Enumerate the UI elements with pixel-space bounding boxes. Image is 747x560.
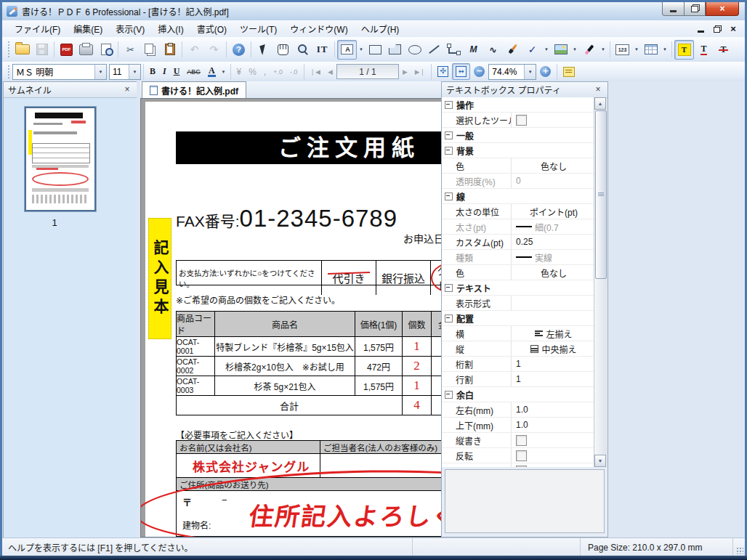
number-tool-button[interactable]: 123 [613,40,632,60]
payment-option-cod[interactable]: 代引き [321,261,376,295]
increase-decimal-button[interactable]: +.0 [270,63,286,80]
font-color-dropdown[interactable]: ▼ [219,62,228,81]
properties-scrollbar[interactable]: ▲ ▼ [594,97,607,467]
table-cell-qty[interactable]: 1 [402,376,431,395]
copy-button[interactable] [140,40,160,60]
scroll-down-icon[interactable]: ▼ [594,455,606,467]
property-value[interactable]: 色なし [512,265,596,280]
property-value[interactable]: ポイント(pt) [512,204,596,219]
last-page-button[interactable]: ▶❘ [411,63,429,80]
help-button[interactable]: ? [229,40,249,60]
property-value[interactable]: 中央揃え [512,341,596,356]
prev-page-button[interactable]: ◀ [324,63,336,80]
font-family-select[interactable]: ＭＳ 明朝 ▼ [12,64,107,80]
company-name-entry[interactable]: 株式会社ジャングル [193,457,310,475]
save-button[interactable] [32,40,52,60]
resize-grip[interactable] [732,538,745,556]
next-page-button[interactable]: ▶ [399,63,411,80]
text-highlight-button[interactable]: T [674,40,694,60]
close-icon[interactable]: × [593,85,603,95]
property-value[interactable]: 0.25 [512,235,596,249]
property-value[interactable] [512,448,596,463]
mdi-minimize-icon[interactable] [697,25,706,33]
percent-format-button[interactable]: % [245,63,260,80]
property-value[interactable]: 左揃え [512,326,596,341]
zoom-tool-button[interactable] [293,40,312,60]
print-preview-button[interactable] [96,40,116,60]
italic-button[interactable]: I [159,63,170,80]
thumbnail-page-number[interactable]: 1 [4,217,105,228]
chevron-down-icon[interactable]: ▼ [94,65,106,79]
text-strike-red-button[interactable]: T [714,40,733,60]
collapse-icon[interactable] [445,391,453,399]
checkbox[interactable] [516,450,527,461]
close-icon[interactable]: × [122,85,132,95]
menu-item-2[interactable]: 表示(V) [109,20,151,37]
minimize-button[interactable] [662,2,685,16]
zoom-in-button[interactable]: + [536,63,554,80]
check-tool-button-dropdown[interactable]: ▼ [542,41,551,59]
menu-item-7[interactable]: ヘルプ(H) [355,20,406,37]
property-value[interactable]: 実線 [512,250,596,264]
table-cell-qty[interactable]: 1 [402,336,431,356]
collapse-icon[interactable] [445,101,453,109]
mdi-restore-icon[interactable] [713,25,722,33]
collapse-icon[interactable] [445,131,453,139]
property-value[interactable]: 1 [512,372,596,386]
menu-item-5[interactable]: ツール(T) [233,20,283,37]
chevron-down-icon[interactable]: ▼ [524,65,536,79]
table-tool-button-dropdown[interactable]: ▼ [661,41,669,59]
collapse-icon[interactable] [445,284,453,292]
print-button[interactable] [76,40,96,60]
currency-format-button[interactable]: ¥ [233,63,246,80]
scrollbar-thumb[interactable] [595,110,607,279]
fit-width-button[interactable]: ↔ [452,63,470,80]
redo-button[interactable]: ↷ [204,40,224,60]
textbox-tool-button-dropdown[interactable]: ▼ [357,41,366,59]
cut-button[interactable]: ✂ [121,40,140,60]
zoom-level-select[interactable]: 74.4% ▼ [488,64,536,80]
check-tool-button[interactable]: ✓ [522,40,542,60]
property-value[interactable]: 1.0 [512,418,596,432]
chevron-down-icon[interactable]: ▼ [129,65,140,79]
total-quantity[interactable]: 4 [402,395,431,415]
property-value[interactable]: 細(0.7 [512,219,596,234]
property-value[interactable] [512,296,596,310]
freeline-tool-button[interactable]: M [464,40,483,60]
image-tool-button[interactable] [551,40,570,60]
strikethrough-button[interactable]: ABC [183,63,204,80]
number-tool-button-dropdown[interactable]: ▼ [632,41,641,59]
connector-tool-button[interactable] [444,40,464,60]
toolbar-grip[interactable] [7,41,10,58]
mdi-close-icon[interactable]: × [729,25,738,33]
checkbox[interactable] [516,115,527,126]
text-edit-tool-button[interactable]: IT [312,40,332,60]
toolbar-grip[interactable] [7,65,10,78]
property-value[interactable]: 1.0 [512,402,596,417]
marker-tool-button[interactable] [579,40,599,60]
close-button[interactable]: × [706,2,739,16]
decrease-decimal-button[interactable]: -.0 [286,63,302,80]
text-underline-red-button[interactable]: T [694,40,714,60]
image-tool-button-dropdown[interactable]: ▼ [570,41,579,59]
menu-item-6[interactable]: ウィンドウ(W) [283,20,354,37]
curve-tool-button[interactable]: ∿ [483,40,503,60]
property-value[interactable]: 0 [512,174,596,188]
property-value[interactable] [512,113,596,127]
fit-page-button[interactable]: ✣ [434,63,452,80]
checkbox[interactable] [516,435,527,446]
menu-item-0[interactable]: ファイル(F) [8,20,67,37]
sample-sticky-note[interactable]: 記入見本 [148,218,171,339]
collapse-icon[interactable] [445,147,453,155]
line-tool-button[interactable] [424,40,444,60]
brush-tool-button[interactable] [503,40,522,60]
underline-button[interactable]: U [170,63,184,80]
menu-item-4[interactable]: 書式(O) [190,20,233,37]
property-value[interactable]: 1 [512,357,596,371]
page-thumbnail[interactable] [25,107,96,211]
scroll-up-icon[interactable]: ▲ [594,97,606,110]
page-number-field[interactable]: 1 / 1 [336,64,399,79]
property-value[interactable]: 色なし [512,158,596,173]
font-color-button[interactable]: A [204,63,219,80]
select-tool-button[interactable] [254,40,273,60]
